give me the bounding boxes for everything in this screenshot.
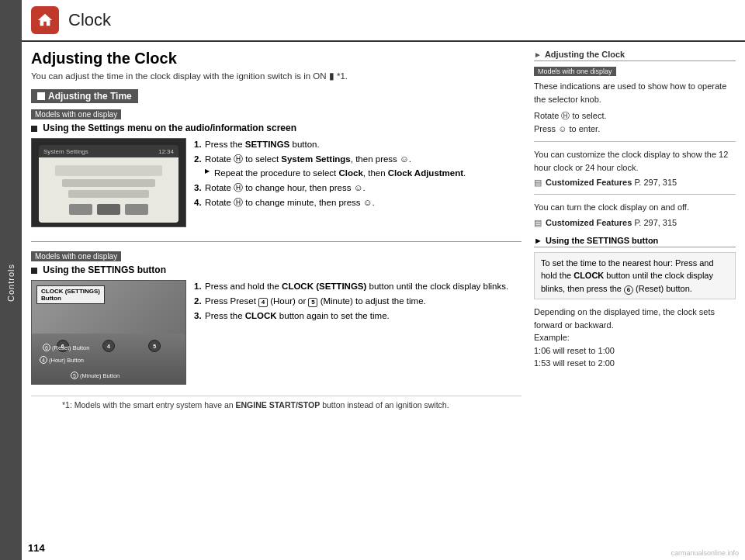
right-customized1-link: ▤ Customized Features P. 297, 315 [534,178,736,188]
step-2: 2. Rotate Ⓗ to select System Settings, t… [194,153,522,179]
clock-button-image: CLOCK (SETTINGS)Button 6 [31,280,186,385]
right-note-box: To set the time to the nearest hour: Pre… [534,252,736,300]
subsection2-title-text: Using the SETTINGS button [43,264,166,275]
arrow-right-icon: ► [534,50,542,59]
right-divider-2 [534,194,736,195]
right-section1-header-text: Adjusting the Clock [545,50,625,59]
right-text3: 1:06 will reset to 1:00 [534,346,615,355]
customized1-link-text: Customized Features [546,178,632,187]
left-column: Adjusting the Clock You can adjust the t… [31,50,522,554]
sidebar: Controls [0,0,22,560]
section-square-icon [37,92,45,100]
clock-label: CLOCK (SETTINGS)Button [36,285,105,304]
customized1-pages: P. 297, 315 [634,178,677,187]
right-text4: 1:53 will reset to 2:00 [534,358,615,368]
subsection1-title: Using the Settings menu on the audio/inf… [31,123,522,133]
right-section2: ► Using the SETTINGS button To set the t… [534,236,736,370]
right-customized2-link: ▤ Customized Features P. 297, 315 [534,218,736,228]
right-header-2: ► Using the SETTINGS button [534,236,736,247]
step2-3: 3. Press the CLOCK button again to set t… [194,309,522,322]
screen-time: 12:34 [158,148,174,155]
black-square-icon2 [31,268,37,274]
page-subtitle: You can adjust the time in the clock dis… [31,71,522,81]
right-customized1-text: You can customize the clock display to s… [534,148,736,174]
right-intro-text: These indications are used to show how t… [534,81,726,104]
reset-button-label: 6(Reset) Button [43,344,89,351]
step-1: 1. Press the SETTINGS button. [194,138,522,150]
subsection2-steps: 1. Press and hold the CLOCK (SETTINGS) b… [194,280,522,322]
hour-button-label: 4(Hour) Button [40,356,84,364]
customized2-link-text: Customized Features [546,218,632,227]
subsection2-tag: Models with one display [31,251,121,261]
right-text-block: Depending on the displayed time, the clo… [534,306,736,370]
right-divider-1 [534,141,736,142]
section-divider [31,241,522,242]
content-area: Adjusting the Clock You can adjust the t… [22,42,745,560]
arrow-right-icon-2: ► [534,236,542,245]
minute-button-label: 5(Minute) Button [71,372,120,379]
sidebar-label: Controls [6,264,16,302]
customized2-pages: P. 297, 315 [634,218,677,227]
footnote: *1: Models with the smart entry system h… [31,396,522,416]
step-4: 4. Rotate Ⓗ to change minute, then press… [194,196,522,209]
settings-screen-image: System Settings 12:34 [31,138,186,227]
main-content: Clock Adjusting the Clock You can adjust… [22,0,745,560]
clock-box-inner: CLOCK (SETTINGS)Button 6 [32,281,185,384]
step-2-sub: Repeat the procedure to select Clock, th… [205,167,522,179]
subsection-settings-menu: Models with one display Using the Settin… [31,108,522,233]
section-header-label: Adjusting the Time [48,91,132,102]
book-icon-2: ▤ [534,218,542,227]
subsection2-title: Using the SETTINGS button [31,264,522,275]
right-tag-1: Models with one display [534,67,616,76]
subsection1-tag: Models with one display [31,109,121,119]
screen-content [39,157,178,223]
step2-2: 2. Press Preset 4 (Hour) or 5 (Minute) t… [194,295,522,307]
right-rotate-select: Rotate Ⓗ to select. Press ☺ to enter. [534,109,736,135]
screen-top-bar: System Settings 12:34 [39,145,178,157]
step2-1: 1. Press and hold the CLOCK (SETTINGS) b… [194,280,522,292]
watermark: carmanualsonline.info [670,549,739,557]
right-text1: Depending on the displayed time, the clo… [534,307,715,330]
right-text2: Example: [534,333,570,342]
subsection-settings-button: Models with one display Using the SETTIN… [31,250,522,391]
page-number: 114 [28,542,45,554]
subsection1-steps: 1. Press the SETTINGS button. 2. Rotate … [194,138,522,209]
footnote-text: *1: Models with the smart entry system h… [62,400,449,410]
subsection1-title-text: Using the Settings menu on the audio/inf… [43,123,296,133]
right-customized2-text: You can turn the clock display on and of… [534,201,736,214]
home-icon [31,6,59,34]
right-section2-header-text: Using the SETTINGS button [546,236,658,245]
book-icon-1: ▤ [534,178,542,187]
section-header-adjusting-time: Adjusting the Time [31,89,138,103]
page-header: Clock [22,0,745,42]
right-header-1: ► Adjusting the Clock [534,50,736,61]
header-title: Clock [68,10,111,30]
screen-label: System Settings [43,148,88,155]
right-intro: These indications are used to show how t… [534,80,736,105]
page-title: Adjusting the Clock [31,50,522,67]
step-3: 3. Rotate Ⓗ to change hour, then press ☺… [194,181,522,194]
right-column: ► Adjusting the Clock Models with one di… [534,50,736,554]
black-square-icon [31,126,37,132]
